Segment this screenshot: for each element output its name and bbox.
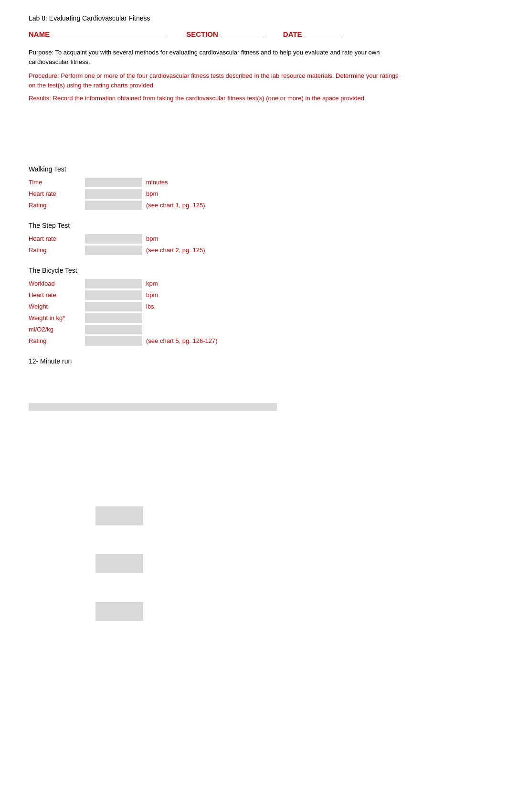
step-test-section: The Step Test Heart rate bpm Rating (see…	[29, 222, 401, 255]
step-heartrate-input[interactable]	[85, 234, 142, 244]
bicycle-workload-label: Workload	[29, 280, 81, 287]
bicycle-workload-input[interactable]	[85, 279, 142, 288]
walking-time-row: Time minutes	[29, 178, 401, 187]
step-rating-label: Rating	[29, 246, 81, 254]
bottom-input-2[interactable]	[95, 554, 143, 573]
step-heartrate-label: Heart rate	[29, 235, 81, 242]
procedure-block: Procedure: Perform one or more of the fo…	[29, 71, 401, 90]
bicycle-weightkg-input[interactable]	[85, 313, 142, 323]
step-rating-unit: (see chart 2, pg. 125)	[146, 246, 205, 254]
procedure-text: Perform one or more of the four cardiova…	[29, 72, 399, 89]
header-fields: NAME SECTION DATE	[29, 30, 401, 38]
walking-heartrate-label: Heart rate	[29, 190, 81, 197]
bicycle-heartrate-input[interactable]	[85, 290, 142, 300]
purpose-text: To acquaint you with several methods for…	[29, 49, 380, 65]
walking-rating-label: Rating	[29, 202, 81, 209]
procedure-label: Procedure:	[29, 72, 59, 79]
step-test-title: The Step Test	[29, 222, 401, 229]
lab-title: Lab 8: Evaluating Cardiovascular Fitness	[29, 14, 401, 22]
bicycle-weight-input[interactable]	[85, 302, 142, 311]
bottom-line-area	[29, 403, 401, 411]
results-label: Results:	[29, 95, 51, 102]
bottom-line-box	[29, 403, 277, 411]
name-input-line[interactable]	[53, 30, 167, 38]
twelve-min-title: 12- Minute run	[29, 357, 401, 365]
section-input-line[interactable]	[221, 30, 264, 38]
bottom-input-1[interactable]	[95, 506, 143, 525]
step-heartrate-unit: bpm	[146, 235, 158, 242]
name-label: NAME	[29, 30, 50, 38]
purpose-block: Purpose: To acquaint you with several me…	[29, 48, 401, 66]
bicycle-test-section: The Bicycle Test Workload kpm Heart rate…	[29, 267, 401, 346]
walking-test-title: Walking Test	[29, 165, 401, 173]
bicycle-weight-row: Weight lbs.	[29, 302, 401, 311]
bicycle-weight-label: Weight	[29, 303, 81, 310]
bicycle-mlo2-row: ml/O2/kg	[29, 325, 401, 334]
walking-time-unit: minutes	[146, 179, 168, 186]
results-block: Results: Record the information obtained…	[29, 94, 401, 103]
walking-time-input[interactable]	[85, 178, 142, 187]
bicycle-rating-input[interactable]	[85, 336, 142, 346]
bicycle-rating-row: Rating (see chart 5, pg. 126-127)	[29, 336, 401, 346]
bicycle-test-title: The Bicycle Test	[29, 267, 401, 274]
walking-rating-unit: (see chart 1, pg. 125)	[146, 202, 205, 209]
bicycle-weightkg-row: Weight in kg*	[29, 313, 401, 323]
bottom-input-3[interactable]	[95, 602, 143, 621]
walking-heartrate-row: Heart rate bpm	[29, 189, 401, 199]
bicycle-mlo2-label: ml/O2/kg	[29, 326, 81, 333]
bicycle-mlo2-input[interactable]	[85, 325, 142, 334]
step-rating-input[interactable]	[85, 246, 142, 255]
bicycle-rating-unit: (see chart 5, pg. 126-127)	[146, 337, 218, 344]
bicycle-heartrate-unit: bpm	[146, 291, 158, 299]
bicycle-heartrate-label: Heart rate	[29, 291, 81, 299]
bottom-input-area	[29, 506, 401, 621]
bicycle-workload-unit: kpm	[146, 280, 158, 287]
bicycle-weight-unit: lbs.	[146, 303, 156, 310]
section-label: SECTION	[186, 30, 218, 38]
walking-heartrate-input[interactable]	[85, 189, 142, 199]
walking-heartrate-unit: bpm	[146, 190, 158, 197]
walking-test-section: Walking Test Time minutes Heart rate bpm…	[29, 165, 401, 210]
results-text: Record the information obtained from tak…	[53, 95, 366, 102]
bicycle-heartrate-row: Heart rate bpm	[29, 290, 401, 300]
twelve-min-section: 12- Minute run	[29, 357, 401, 365]
spacer-top	[29, 118, 401, 165]
walking-time-label: Time	[29, 179, 81, 186]
date-label: DATE	[283, 30, 302, 38]
bicycle-weightkg-label: Weight in kg*	[29, 314, 81, 321]
date-input-line[interactable]	[305, 30, 343, 38]
step-rating-row: Rating (see chart 2, pg. 125)	[29, 246, 401, 255]
bicycle-rating-label: Rating	[29, 337, 81, 344]
walking-rating-row: Rating (see chart 1, pg. 125)	[29, 201, 401, 210]
bicycle-workload-row: Workload kpm	[29, 279, 401, 288]
purpose-label: Purpose:	[29, 49, 53, 56]
step-heartrate-row: Heart rate bpm	[29, 234, 401, 244]
walking-rating-input[interactable]	[85, 201, 142, 210]
page-container: Lab 8: Evaluating Cardiovascular Fitness…	[0, 0, 430, 635]
